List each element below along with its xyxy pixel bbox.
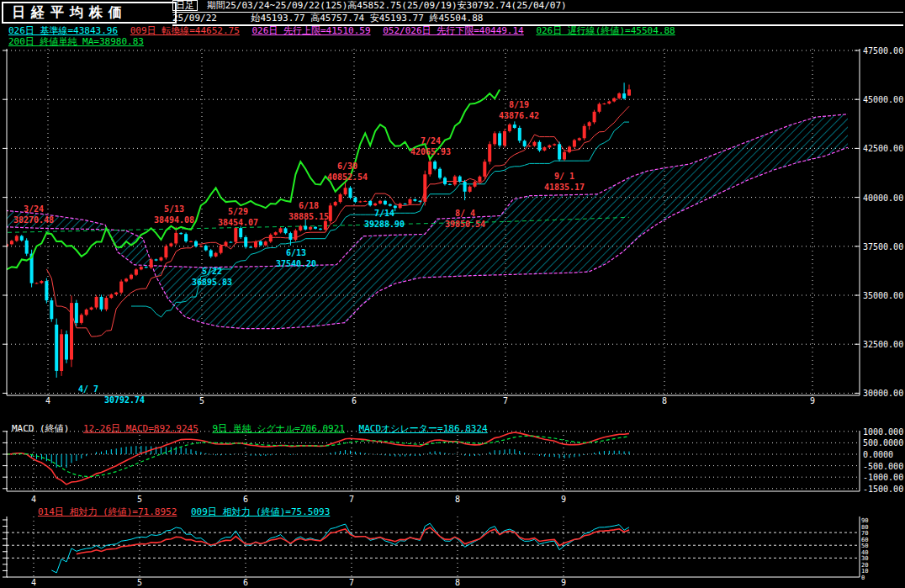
svg-text:6/30: 6/30 <box>337 162 357 171</box>
svg-text:7/14: 7/14 <box>374 209 394 218</box>
svg-text:8/19: 8/19 <box>509 100 529 109</box>
svg-text:39850.54: 39850.54 <box>445 220 485 229</box>
svg-text:30792.74: 30792.74 <box>104 395 145 405</box>
svg-text:6: 6 <box>243 578 248 587</box>
svg-text:38885.15: 38885.15 <box>288 212 329 221</box>
svg-text:9: 9 <box>561 578 566 587</box>
svg-text:35000.00: 35000.00 <box>863 291 903 300</box>
svg-text:5: 5 <box>137 495 142 504</box>
svg-text:40000.00: 40000.00 <box>863 193 903 203</box>
svg-text:4: 4 <box>45 396 50 405</box>
svg-text:37500.00: 37500.00 <box>863 242 903 252</box>
trading-app-window: { "header": { "title": "日経平均株価", "period… <box>0 0 905 588</box>
svg-text:6/13: 6/13 <box>286 248 306 257</box>
macd-panel: 1000.000500.00000.0000-500.000-1000.00-1… <box>3 427 903 504</box>
svg-text:39288.90: 39288.90 <box>364 220 405 229</box>
svg-text:36895.83: 36895.83 <box>192 278 232 287</box>
svg-text:7: 7 <box>503 396 508 405</box>
svg-text:4: 4 <box>31 578 36 587</box>
svg-text:8: 8 <box>455 495 460 504</box>
svg-text:5/22: 5/22 <box>202 267 222 276</box>
svg-text:0: 0 <box>861 575 865 581</box>
svg-text:5/29: 5/29 <box>228 207 248 216</box>
rsi-panel: 9080706050403020100456789 <box>3 516 868 587</box>
svg-text:6/18: 6/18 <box>299 201 319 210</box>
svg-text:5: 5 <box>199 396 204 405</box>
svg-text:6: 6 <box>243 495 248 504</box>
svg-text:0.0000: 0.0000 <box>863 450 893 459</box>
svg-text:-500.000: -500.000 <box>863 462 903 471</box>
svg-text:42500.00: 42500.00 <box>863 144 903 153</box>
svg-text:8/ 4: 8/ 4 <box>455 209 475 218</box>
svg-text:-1500.00: -1500.00 <box>863 485 903 494</box>
svg-text:1000.000: 1000.000 <box>863 427 903 437</box>
svg-text:41835.17: 41835.17 <box>544 183 585 192</box>
svg-text:45000.00: 45000.00 <box>863 95 903 104</box>
svg-text:7/24: 7/24 <box>421 136 441 146</box>
svg-text:37540.20: 37540.20 <box>276 259 316 268</box>
main-chart-panel: 47500.0045000.0042500.0040000.0037500.00… <box>0 46 903 405</box>
svg-text:7: 7 <box>349 495 354 504</box>
svg-text:3/24: 3/24 <box>24 204 44 214</box>
svg-text:-1000.00: -1000.00 <box>863 473 903 482</box>
svg-text:32500.00: 32500.00 <box>863 340 903 349</box>
chart-canvas: 47500.0045000.0042500.0040000.0037500.00… <box>0 0 905 588</box>
svg-text:38494.08: 38494.08 <box>154 215 194 225</box>
svg-text:40852.54: 40852.54 <box>327 172 368 182</box>
svg-text:9: 9 <box>810 396 815 405</box>
svg-text:5/13: 5/13 <box>164 204 184 214</box>
svg-text:8: 8 <box>662 396 667 405</box>
svg-text:8: 8 <box>455 578 460 587</box>
svg-text:6: 6 <box>352 396 357 405</box>
svg-text:9/ 1: 9/ 1 <box>554 172 574 181</box>
svg-text:38454.07: 38454.07 <box>218 218 258 227</box>
svg-text:5: 5 <box>137 578 142 587</box>
svg-text:500.0000: 500.0000 <box>863 438 903 448</box>
svg-text:7: 7 <box>349 578 354 587</box>
svg-text:42065.93: 42065.93 <box>410 147 451 156</box>
svg-text:43876.42: 43876.42 <box>499 111 539 120</box>
svg-text:38270.48: 38270.48 <box>13 215 54 225</box>
svg-text:9: 9 <box>561 495 566 504</box>
svg-text:30000.00: 30000.00 <box>863 389 903 398</box>
svg-text:4/ 7: 4/ 7 <box>78 384 98 394</box>
svg-text:47500.00: 47500.00 <box>863 46 903 56</box>
svg-text:4: 4 <box>31 495 36 504</box>
